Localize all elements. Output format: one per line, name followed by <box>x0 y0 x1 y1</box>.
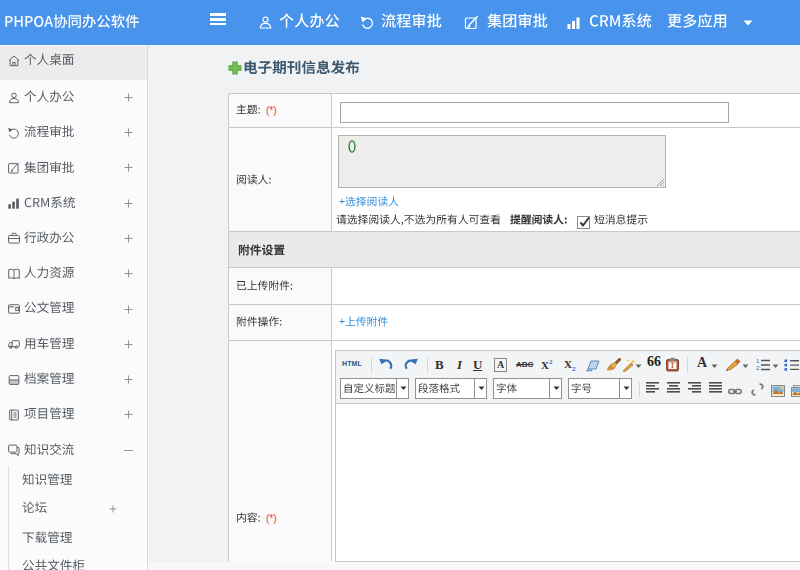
svg-text:T: T <box>670 361 676 370</box>
svg-text:1: 1 <box>756 358 760 364</box>
svg-text:2: 2 <box>756 365 760 371</box>
